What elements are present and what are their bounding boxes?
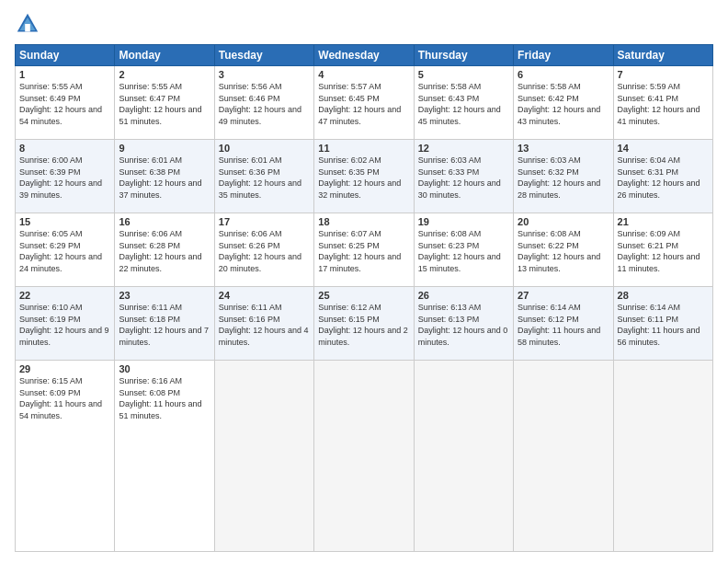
calendar: SundayMondayTuesdayWednesdayThursdayFrid… — [15, 44, 713, 552]
day-number: 6 — [518, 69, 609, 80]
day-number: 11 — [318, 143, 409, 154]
day-cell: 8 Sunrise: 6:00 AM Sunset: 6:39 PM Dayli… — [16, 140, 115, 213]
weekday-header-wednesday: Wednesday — [314, 45, 414, 66]
day-info: Sunrise: 5:55 AM Sunset: 6:49 PM Dayligh… — [19, 81, 110, 127]
day-number: 25 — [318, 290, 409, 301]
day-number: 3 — [219, 69, 310, 80]
page: SundayMondayTuesdayWednesdayThursdayFrid… — [0, 0, 728, 563]
day-info: Sunrise: 6:03 AM Sunset: 6:32 PM Dayligh… — [518, 155, 609, 201]
day-number: 19 — [418, 216, 509, 227]
week-row-5: 29 Sunrise: 6:15 AM Sunset: 6:09 PM Dayl… — [16, 361, 713, 552]
day-cell: 29 Sunrise: 6:15 AM Sunset: 6:09 PM Dayl… — [16, 361, 115, 552]
day-info: Sunrise: 6:00 AM Sunset: 6:39 PM Dayligh… — [19, 155, 110, 201]
day-info: Sunrise: 6:07 AM Sunset: 6:25 PM Dayligh… — [318, 228, 409, 274]
day-cell: 13 Sunrise: 6:03 AM Sunset: 6:32 PM Dayl… — [514, 140, 613, 213]
header — [15, 11, 713, 37]
week-row-4: 22 Sunrise: 6:10 AM Sunset: 6:19 PM Dayl… — [16, 287, 713, 361]
day-info: Sunrise: 6:04 AM Sunset: 6:31 PM Dayligh… — [618, 155, 709, 201]
day-info: Sunrise: 5:57 AM Sunset: 6:45 PM Dayligh… — [318, 81, 409, 127]
svg-rect-2 — [25, 24, 30, 31]
day-number: 5 — [418, 69, 509, 80]
weekday-header-friday: Friday — [514, 45, 613, 66]
day-number: 28 — [618, 290, 709, 301]
day-cell — [414, 361, 513, 552]
day-number: 9 — [119, 143, 210, 154]
day-cell: 4 Sunrise: 5:57 AM Sunset: 6:45 PM Dayli… — [314, 66, 414, 140]
day-cell: 26 Sunrise: 6:13 AM Sunset: 6:13 PM Dayl… — [414, 287, 513, 361]
day-info: Sunrise: 6:03 AM Sunset: 6:33 PM Dayligh… — [418, 155, 509, 201]
day-number: 12 — [418, 143, 509, 154]
day-cell: 25 Sunrise: 6:12 AM Sunset: 6:15 PM Dayl… — [314, 287, 414, 361]
day-number: 7 — [618, 69, 709, 80]
day-cell: 5 Sunrise: 5:58 AM Sunset: 6:43 PM Dayli… — [414, 66, 513, 140]
day-cell: 17 Sunrise: 6:06 AM Sunset: 6:26 PM Dayl… — [214, 213, 313, 287]
weekday-header-saturday: Saturday — [613, 45, 712, 66]
day-number: 22 — [19, 290, 110, 301]
header-row: SundayMondayTuesdayWednesdayThursdayFrid… — [16, 45, 713, 66]
day-cell: 12 Sunrise: 6:03 AM Sunset: 6:33 PM Dayl… — [414, 140, 513, 213]
day-number: 23 — [119, 290, 210, 301]
day-cell: 27 Sunrise: 6:14 AM Sunset: 6:12 PM Dayl… — [514, 287, 613, 361]
day-info: Sunrise: 6:11 AM Sunset: 6:16 PM Dayligh… — [219, 302, 310, 348]
day-number: 21 — [618, 216, 709, 227]
day-number: 20 — [518, 216, 609, 227]
logo — [15, 11, 44, 37]
weekday-header-monday: Monday — [115, 45, 214, 66]
day-number: 26 — [418, 290, 509, 301]
day-info: Sunrise: 6:06 AM Sunset: 6:28 PM Dayligh… — [119, 228, 210, 274]
day-cell: 16 Sunrise: 6:06 AM Sunset: 6:28 PM Dayl… — [115, 213, 214, 287]
day-info: Sunrise: 5:56 AM Sunset: 6:46 PM Dayligh… — [219, 81, 310, 127]
day-number: 1 — [19, 69, 110, 80]
day-cell: 23 Sunrise: 6:11 AM Sunset: 6:18 PM Dayl… — [115, 287, 214, 361]
day-number: 15 — [19, 216, 110, 227]
day-cell: 18 Sunrise: 6:07 AM Sunset: 6:25 PM Dayl… — [314, 213, 414, 287]
day-cell: 10 Sunrise: 6:01 AM Sunset: 6:36 PM Dayl… — [214, 140, 313, 213]
day-cell: 15 Sunrise: 6:05 AM Sunset: 6:29 PM Dayl… — [16, 213, 115, 287]
day-cell: 14 Sunrise: 6:04 AM Sunset: 6:31 PM Dayl… — [613, 140, 712, 213]
day-cell: 30 Sunrise: 6:16 AM Sunset: 6:08 PM Dayl… — [115, 361, 214, 552]
day-info: Sunrise: 6:05 AM Sunset: 6:29 PM Dayligh… — [19, 228, 110, 274]
day-number: 24 — [219, 290, 310, 301]
day-info: Sunrise: 6:01 AM Sunset: 6:38 PM Dayligh… — [119, 155, 210, 201]
day-info: Sunrise: 6:16 AM Sunset: 6:08 PM Dayligh… — [119, 375, 210, 421]
day-number: 14 — [618, 143, 709, 154]
week-row-3: 15 Sunrise: 6:05 AM Sunset: 6:29 PM Dayl… — [16, 213, 713, 287]
day-cell: 9 Sunrise: 6:01 AM Sunset: 6:38 PM Dayli… — [115, 140, 214, 213]
day-cell: 7 Sunrise: 5:59 AM Sunset: 6:41 PM Dayli… — [613, 66, 712, 140]
day-number: 29 — [19, 363, 110, 374]
day-number: 2 — [119, 69, 210, 80]
day-number: 13 — [518, 143, 609, 154]
day-number: 18 — [318, 216, 409, 227]
day-cell: 11 Sunrise: 6:02 AM Sunset: 6:35 PM Dayl… — [314, 140, 414, 213]
day-cell: 28 Sunrise: 6:14 AM Sunset: 6:11 PM Dayl… — [613, 287, 712, 361]
day-cell — [613, 361, 712, 552]
day-info: Sunrise: 5:58 AM Sunset: 6:43 PM Dayligh… — [418, 81, 509, 127]
day-cell: 20 Sunrise: 6:08 AM Sunset: 6:22 PM Dayl… — [514, 213, 613, 287]
weekday-header-tuesday: Tuesday — [214, 45, 313, 66]
day-info: Sunrise: 6:11 AM Sunset: 6:18 PM Dayligh… — [119, 302, 210, 348]
day-info: Sunrise: 6:02 AM Sunset: 6:35 PM Dayligh… — [318, 155, 409, 201]
weekday-header-sunday: Sunday — [16, 45, 115, 66]
day-number: 30 — [119, 363, 210, 374]
day-number: 10 — [219, 143, 310, 154]
day-cell: 21 Sunrise: 6:09 AM Sunset: 6:21 PM Dayl… — [613, 213, 712, 287]
day-info: Sunrise: 6:09 AM Sunset: 6:21 PM Dayligh… — [618, 228, 709, 274]
day-cell: 19 Sunrise: 6:08 AM Sunset: 6:23 PM Dayl… — [414, 213, 513, 287]
day-number: 27 — [518, 290, 609, 301]
day-cell: 3 Sunrise: 5:56 AM Sunset: 6:46 PM Dayli… — [214, 66, 313, 140]
day-cell: 6 Sunrise: 5:58 AM Sunset: 6:42 PM Dayli… — [514, 66, 613, 140]
day-info: Sunrise: 6:06 AM Sunset: 6:26 PM Dayligh… — [219, 228, 310, 274]
day-number: 16 — [119, 216, 210, 227]
day-info: Sunrise: 6:10 AM Sunset: 6:19 PM Dayligh… — [19, 302, 110, 348]
day-info: Sunrise: 6:14 AM Sunset: 6:12 PM Dayligh… — [518, 302, 609, 348]
day-cell — [314, 361, 414, 552]
week-row-1: 1 Sunrise: 5:55 AM Sunset: 6:49 PM Dayli… — [16, 66, 713, 140]
logo-icon — [15, 11, 40, 37]
day-info: Sunrise: 6:13 AM Sunset: 6:13 PM Dayligh… — [418, 302, 509, 348]
day-info: Sunrise: 6:08 AM Sunset: 6:22 PM Dayligh… — [518, 228, 609, 274]
day-number: 4 — [318, 69, 409, 80]
day-number: 8 — [19, 143, 110, 154]
day-cell: 1 Sunrise: 5:55 AM Sunset: 6:49 PM Dayli… — [16, 66, 115, 140]
day-cell: 24 Sunrise: 6:11 AM Sunset: 6:16 PM Dayl… — [214, 287, 313, 361]
day-info: Sunrise: 6:15 AM Sunset: 6:09 PM Dayligh… — [19, 375, 110, 421]
